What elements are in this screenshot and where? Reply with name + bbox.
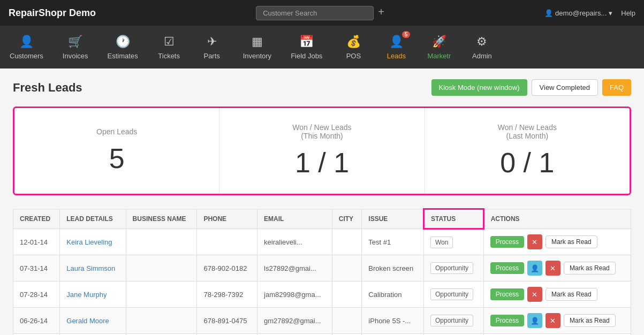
cell-lead-details: Jane Murphy (60, 281, 126, 308)
process-button[interactable]: Process (490, 315, 524, 326)
process-button[interactable]: Process (490, 262, 524, 274)
nav-item-leads[interactable]: 👤 5 Leads (375, 26, 418, 68)
cell-business-name (126, 255, 197, 281)
lead-detail-link[interactable]: Laura Simmson (66, 264, 115, 272)
topbar: RepairShopr Demo + 👤 demo@repairs... ▾ H… (0, 0, 644, 26)
nav-label-tickets: Tickets (158, 52, 180, 60)
nav-item-invoices[interactable]: 🛒 Invoices (53, 26, 98, 68)
customer-search-input[interactable] (256, 6, 374, 20)
nav-label-invoices: Invoices (63, 52, 88, 60)
stat-won-this-month: Won / New Leads(This Month) 1 / 1 (219, 108, 425, 194)
lead-detail-link[interactable]: Jane Murphy (66, 291, 107, 299)
actions-group: Process ✕ Mark as Read (490, 234, 624, 249)
cell-phone: 78-298-7392 (197, 281, 257, 308)
cell-lead-details: Laura Simmson (60, 255, 126, 281)
person-icon-button[interactable]: 👤 (527, 313, 542, 328)
status-badge: Won (430, 237, 453, 248)
nav-label-admin: Admin (472, 52, 492, 60)
cell-issue: iPhone 5S -... (362, 308, 424, 334)
topbar-right: 👤 demo@repairs... ▾ Help (544, 9, 635, 17)
cell-phone (197, 229, 257, 255)
cell-email: jam82998@gma... (257, 281, 332, 308)
nav-item-inventory[interactable]: ▦ Inventory (233, 26, 281, 68)
pos-icon: 💰 (346, 35, 361, 49)
lead-detail-link[interactable]: Gerald Moore (66, 317, 109, 325)
nav-item-estimates[interactable]: 🕐 Estimates (98, 26, 148, 68)
cell-status: Won (424, 229, 484, 255)
mark-as-read-button[interactable]: Mark as Read (545, 288, 597, 301)
cell-status: Opportunity (424, 281, 484, 308)
cell-issue: Test #1 (362, 229, 424, 255)
user-label: demo@repairs... (555, 9, 607, 17)
stat-won-last-month-label: Won / New Leads(Last Month) (498, 123, 557, 140)
leads-badge: 5 (402, 31, 411, 38)
actions-group: Process 👤 ✕ Mark as Read (490, 261, 624, 276)
cell-business-name (126, 281, 197, 308)
page-content: Fresh Leads Kiosk Mode (new window) View… (0, 68, 644, 335)
faq-button[interactable]: FAQ (602, 79, 631, 96)
stats-box: Open Leads 5 Won / New Leads(This Month)… (13, 106, 631, 195)
nav-item-parts[interactable]: ✈ Parts (191, 26, 233, 68)
nav-item-admin[interactable]: ⚙ Admin (460, 26, 503, 68)
col-city: CITY (332, 209, 362, 229)
help-link[interactable]: Help (621, 9, 635, 17)
nav-item-marketr[interactable]: 🚀 Marketr (418, 26, 460, 68)
stat-open-leads-value: 5 (109, 142, 125, 174)
table-row: 06-26-14 Gerald Moore 678-891-0475 gm278… (13, 308, 631, 334)
person-icon-button[interactable]: 👤 (527, 261, 542, 276)
cell-status: Opportunity (424, 255, 484, 281)
cell-phone: 678-891-0475 (197, 308, 257, 334)
delete-button[interactable]: ✕ (545, 261, 560, 276)
cell-created: 12-01-14 (13, 229, 60, 255)
cell-issue: Calibration (362, 281, 424, 308)
fieldjobs-icon: 📅 (299, 35, 314, 49)
cell-email: keiralieveli... (257, 229, 332, 255)
stat-open-leads: Open Leads 5 (14, 108, 219, 194)
nav-label-marketr: Marketr (427, 52, 451, 60)
mark-as-read-button[interactable]: Mark as Read (545, 235, 597, 248)
table-row: 07-28-14 Jane Murphy 78-298-7392 jam8299… (13, 281, 631, 308)
mark-as-read-button[interactable]: Mark as Read (564, 262, 616, 275)
add-icon[interactable]: + (378, 6, 384, 20)
delete-button[interactable]: ✕ (527, 234, 542, 249)
nav-label-leads: Leads (387, 52, 406, 60)
parts-icon: ✈ (207, 35, 217, 49)
brand-logo: RepairShopr Demo (9, 7, 96, 19)
mark-as-read-button[interactable]: Mark as Read (564, 314, 616, 327)
process-button[interactable]: Process (490, 288, 524, 300)
col-lead-details: LEAD DETAILS (60, 209, 126, 229)
cell-phone: 678-902-0182 (197, 255, 257, 281)
col-phone: PHONE (197, 209, 257, 229)
actions-group: Process ✕ Mark as Read (490, 287, 624, 302)
stat-won-this-month-label: Won / New Leads(This Month) (292, 123, 351, 140)
col-status: STATUS (424, 209, 484, 229)
cell-actions: Process 👤 ✕ Mark as Read (483, 308, 631, 334)
nav-item-fieldjobs[interactable]: 📅 Field Jobs (281, 26, 332, 68)
kiosk-mode-button[interactable]: Kiosk Mode (new window) (431, 79, 527, 96)
nav-label-fieldjobs: Field Jobs (291, 52, 322, 60)
admin-icon: ⚙ (476, 35, 487, 49)
table-row: 12-01-14 Keira Lieveling keiralieveli...… (13, 229, 631, 255)
view-completed-button[interactable]: View Completed (532, 79, 598, 96)
search-container: + (96, 6, 544, 20)
user-menu[interactable]: 👤 demo@repairs... ▾ (544, 9, 612, 17)
delete-button[interactable]: ✕ (527, 287, 542, 302)
nav-item-pos[interactable]: 💰 POS (332, 26, 375, 68)
cell-business-name (126, 229, 197, 255)
estimates-icon: 🕐 (116, 35, 130, 49)
cell-actions: Process ✕ Mark as Read (483, 229, 631, 255)
process-button[interactable]: Process (490, 236, 524, 248)
nav-label-estimates: Estimates (108, 52, 138, 60)
lead-detail-link[interactable]: Keira Lieveling (66, 238, 112, 246)
inventory-icon: ▦ (252, 35, 263, 49)
navbar: 👤 Customers 🛒 Invoices 🕐 Estimates ☑ Tic… (0, 26, 644, 68)
marketr-icon: 🚀 (432, 35, 446, 49)
stat-won-last-month: Won / New Leads(Last Month) 0 / 1 (425, 108, 630, 194)
delete-button[interactable]: ✕ (545, 313, 560, 328)
status-badge: Opportunity (430, 262, 473, 274)
nav-item-customers[interactable]: 👤 Customers (0, 26, 53, 68)
table-row: 07-31-14 Laura Simmson 678-902-0182 ls27… (13, 255, 631, 281)
nav-item-tickets[interactable]: ☑ Tickets (148, 26, 191, 68)
header-actions: Kiosk Mode (new window) View Completed F… (431, 79, 631, 96)
cell-lead-details: Gerald Moore (60, 308, 126, 334)
